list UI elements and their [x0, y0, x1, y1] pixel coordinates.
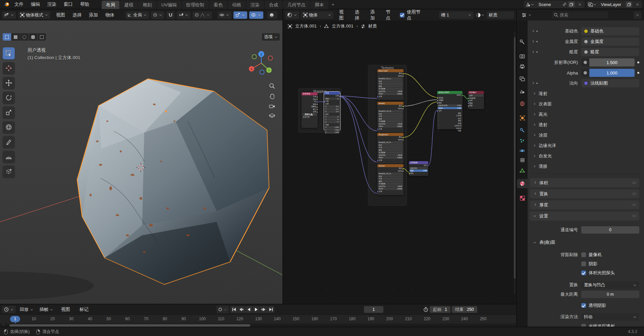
orientation-dropdown[interactable]: 全局 [125, 11, 149, 19]
max-distance-field[interactable]: 0 m [581, 291, 639, 298]
select-mode-tweak[interactable] [3, 33, 11, 41]
material-ball-icon[interactable] [476, 12, 485, 18]
tab-viewlayer[interactable] [517, 74, 528, 84]
workspace-tab[interactable]: 雕刻 [139, 1, 156, 9]
breadcrumb-mesh[interactable]: 立方体.001 [332, 23, 353, 29]
select-mode-intersect[interactable] [38, 33, 46, 41]
tab-world[interactable] [517, 99, 528, 108]
timeline-ruler[interactable]: 1102030405060708090100110120130140150160… [0, 315, 516, 324]
new-viewlayer-button[interactable] [626, 1, 632, 7]
node-mapping[interactable]: 映射 矢量类型:点矢量位置X0 mY0 mZ0 m旋转X0°Y0°Z0°缩放X1… [324, 92, 340, 131]
select-mode-box[interactable] [11, 33, 20, 41]
node-texture-coordinate[interactable]: 纹理坐标 生成法向UV物体摄像机窗口反射物体:来自实例 [302, 92, 318, 128]
playback-menu[interactable]: 回放 [18, 306, 36, 313]
tab-object[interactable] [517, 113, 528, 123]
ior-slider[interactable]: 1.500 [581, 58, 635, 66]
viewlayer-browse-icon[interactable] [588, 2, 597, 7]
frame-tick[interactable]: 160 [310, 316, 320, 322]
editor-type-button[interactable] [2, 306, 16, 313]
expand-icon[interactable] [532, 50, 534, 53]
tool-annotate[interactable] [3, 136, 15, 148]
expand-icon[interactable] [532, 82, 534, 84]
panel-header[interactable]: 置换∷∷ [530, 189, 639, 198]
camera-view-icon[interactable] [269, 104, 275, 109]
frame-tick[interactable]: 30 [66, 316, 76, 322]
section-row[interactable]: 涂层 [530, 131, 639, 139]
frame-tick[interactable]: 180 [347, 316, 357, 322]
frame-tick[interactable]: 230 [441, 316, 451, 322]
auto-keying-toggle[interactable] [216, 306, 229, 313]
viewport-menu-item[interactable]: 选择 [69, 11, 85, 19]
shading-solid-button[interactable] [267, 11, 277, 19]
next-keyframe-button[interactable] [260, 306, 267, 313]
node-image-texture-basecolor[interactable]: Base Color 颜色Alpha Metal021_4K_C... 线性平直… [377, 69, 404, 100]
editor-type-button[interactable] [520, 11, 534, 19]
use-nodes-toggle[interactable]: 使用节点 [400, 9, 424, 21]
use-nodes-checkbox[interactable] [400, 13, 405, 17]
frame-tick[interactable]: 110 [216, 316, 226, 322]
frame-tick[interactable]: 10 [29, 316, 39, 322]
frame-tick[interactable]: 250 [478, 316, 488, 322]
metallic-socket-button[interactable]: 金属度 [581, 38, 639, 46]
workspace-tab[interactable]: 合成 [265, 1, 282, 9]
proportional-edit-group[interactable] [193, 11, 212, 19]
prev-keyframe-button[interactable] [238, 306, 245, 313]
stopwatch-icon[interactable] [423, 307, 428, 312]
shader-menu-item[interactable]: 节点 [382, 11, 397, 19]
zoom-icon[interactable] [269, 83, 275, 89]
mode-dropdown[interactable]: 物体模式 [18, 11, 50, 19]
frame-tick[interactable]: 80 [160, 316, 170, 322]
new-scene-button[interactable] [568, 1, 575, 7]
topbar-menu-item[interactable]: 渲染 [44, 0, 60, 9]
snap-target-dropdown[interactable] [177, 11, 191, 19]
current-frame-field[interactable]: 1 [364, 306, 383, 313]
timeline-marker-menu[interactable]: 标记 [76, 305, 92, 314]
scene-browse-icon[interactable] [525, 2, 534, 7]
tab-render[interactable] [517, 52, 528, 61]
delete-scene-button[interactable] [577, 1, 583, 7]
volume-probe-toggle[interactable]: 体积光照探头 [530, 270, 639, 276]
select-mode-circle[interactable] [20, 33, 29, 41]
section-row[interactable]: 透射 [530, 121, 639, 129]
tool-rotate[interactable] [3, 92, 15, 104]
frame-tick[interactable]: 1 [10, 316, 20, 322]
normal-socket-button[interactable]: 法线贴图 [581, 79, 639, 87]
frame-tick[interactable]: 130 [254, 316, 264, 322]
workspace-tab[interactable]: 渲染 [246, 1, 264, 9]
overlays-toggle[interactable] [249, 11, 263, 19]
tab-output[interactable] [517, 62, 528, 71]
section-row[interactable]: 自发光 [530, 152, 639, 160]
visibility-dropdown[interactable] [217, 11, 231, 19]
section-row[interactable]: 漫射 [530, 90, 639, 98]
frame-tick[interactable]: 220 [422, 316, 432, 322]
workspace-tab[interactable]: 布局 [102, 1, 119, 9]
pivot-dropdown[interactable] [151, 11, 164, 19]
tool-add-cube[interactable] [3, 165, 15, 178]
topbar-menu-item[interactable]: 编辑 [27, 0, 44, 9]
viewport-menu-item[interactable]: 视图 [52, 11, 69, 19]
properties-search[interactable] [552, 11, 608, 18]
viewport-options-button[interactable]: 选项 [262, 33, 280, 41]
expand-icon[interactable] [532, 40, 534, 42]
topbar-menu-item[interactable]: 文件 [11, 0, 27, 9]
raytrace-transmission-toggle[interactable]: 光线追踪透射 [530, 323, 639, 327]
expand-icon[interactable] [532, 30, 534, 32]
frame-tick[interactable]: 150 [291, 316, 301, 322]
frame-tick[interactable]: 120 [235, 316, 245, 322]
frame-tick[interactable]: 70 [141, 316, 151, 322]
editor-type-button[interactable] [285, 11, 299, 19]
shader-menu-item[interactable]: 添加 [367, 11, 382, 19]
frame-tick[interactable]: 190 [366, 316, 376, 322]
play-reverse-button[interactable] [245, 306, 252, 313]
slot-dropdown[interactable]: 槽 1 [439, 11, 474, 19]
search-input[interactable] [560, 13, 593, 17]
workspace-tab[interactable]: 动画 [228, 1, 246, 9]
tool-transform[interactable] [3, 121, 15, 133]
tab-modifiers[interactable] [517, 126, 528, 135]
navigation-gizmo[interactable]: Z X Y [248, 50, 274, 76]
breadcrumb-object[interactable]: 立方体.001 [295, 23, 317, 29]
frame-tick[interactable]: 90 [178, 316, 189, 322]
animate-dot[interactable] [637, 61, 639, 63]
tool-cursor[interactable] [3, 62, 15, 74]
shader-menu-item[interactable]: 视图 [335, 11, 351, 19]
